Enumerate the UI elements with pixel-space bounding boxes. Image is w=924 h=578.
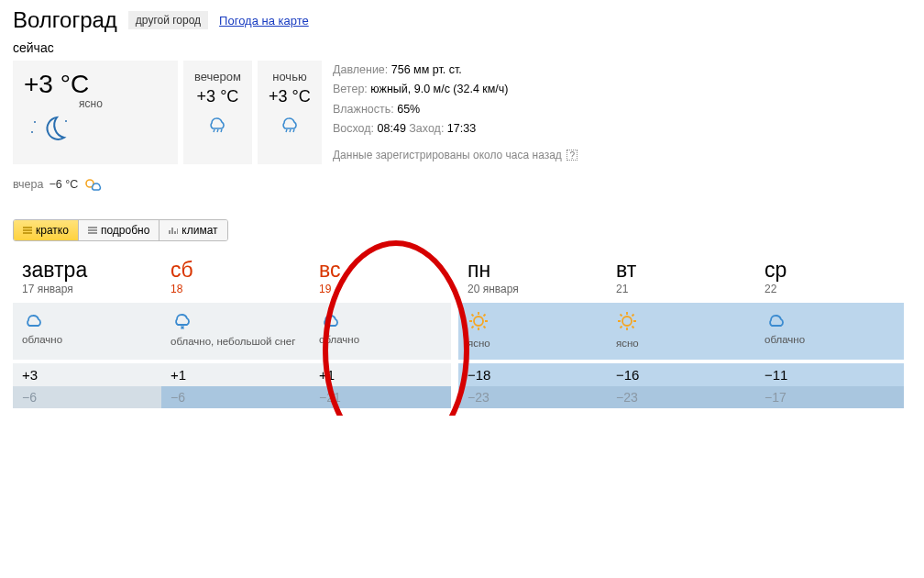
day-of-week: завтра: [22, 258, 152, 283]
day-condition: облачно: [22, 334, 152, 345]
tab-brief[interactable]: кратко: [14, 220, 79, 240]
wind-label: Ветер:: [333, 83, 368, 95]
day-date: 21: [616, 283, 746, 295]
day-low: −23: [458, 386, 607, 408]
day-of-week: вт: [616, 258, 746, 283]
day-of-week: пн: [468, 258, 598, 283]
wind-value: южный, 9.0 м/с (32.4 км/ч): [370, 83, 508, 95]
day-high: +3: [13, 363, 161, 386]
city-title: Волгоград: [13, 7, 117, 33]
cloud-icon: [319, 310, 449, 328]
tab-label: кратко: [36, 224, 69, 237]
sunrise-value: 08:49: [378, 122, 406, 135]
forecast-day[interactable]: вс19облачно+1−21: [310, 250, 458, 408]
day-condition: облачно: [319, 334, 449, 345]
forecast-day[interactable]: завтра17 январяоблачно+3−6: [13, 250, 161, 408]
day-low: −23: [607, 386, 755, 408]
day-date: 20 января: [468, 283, 598, 295]
snowcloud-icon: [170, 310, 301, 330]
svg-point-1: [31, 131, 33, 133]
day-low: −21: [310, 386, 458, 408]
bars-icon: [169, 227, 178, 234]
night-card: ночью +3 °C: [258, 61, 322, 164]
cloud-icon: [22, 310, 152, 328]
evening-card: вечером +3 °C: [183, 61, 252, 164]
now-label: сейчас: [13, 40, 911, 55]
tab-label: подробно: [101, 224, 149, 237]
cloud-icon: [764, 310, 895, 328]
day-of-week: сб: [170, 258, 301, 283]
forecast-day[interactable]: пн20 январяясно−18−23: [458, 250, 607, 408]
day-condition: облачно: [764, 334, 895, 345]
day-high: −11: [755, 363, 904, 386]
day-condition: ясно: [616, 338, 746, 349]
tab-climate[interactable]: климат: [160, 220, 226, 240]
sunset-label: Заход:: [409, 122, 444, 135]
forecast-row: завтра17 январяоблачно+3−6сб18облачно, н…: [13, 250, 911, 408]
part-title: вечером: [194, 70, 241, 83]
tab-detailed[interactable]: подробно: [79, 220, 160, 240]
forecast-day[interactable]: сб18облачно, небольшой снег+1−6: [161, 250, 310, 408]
humidity-label: Влажность:: [333, 103, 394, 116]
moon-icon: [29, 114, 73, 143]
day-condition: облачно, небольшой снег: [170, 336, 301, 347]
pressure-value: 756 мм рт. ст.: [391, 63, 462, 76]
lines-icon: [23, 227, 32, 234]
weather-map-link[interactable]: Погода на карте: [219, 14, 309, 28]
sun-icon: [616, 310, 746, 332]
day-low: −6: [161, 386, 310, 408]
sunrise-label: Восход:: [333, 122, 374, 135]
forecast-day[interactable]: вт21ясно−16−23: [607, 250, 755, 408]
data-note: Данные зарегистрированы около часа назад: [333, 149, 562, 161]
partly-cloudy-icon: [83, 177, 104, 192]
day-high: +1: [310, 363, 458, 386]
day-of-week: ср: [764, 258, 895, 283]
svg-point-4: [474, 317, 483, 326]
help-icon[interactable]: ?: [566, 150, 578, 161]
part-temp: +3 °C: [197, 87, 239, 106]
tab-label: климат: [182, 224, 217, 237]
day-low: −6: [13, 386, 161, 408]
day-high: +1: [161, 363, 310, 386]
forecast-day[interactable]: ср22облачно−11−17: [755, 250, 904, 408]
day-date: 17 января: [22, 283, 152, 295]
svg-point-0: [34, 121, 36, 123]
rain-icon: [205, 112, 229, 134]
view-tabs: кратко подробно климат: [13, 219, 228, 241]
part-temp: +3 °C: [269, 87, 311, 106]
svg-point-5: [622, 317, 632, 326]
sunset-value: 17:33: [447, 122, 476, 135]
rain-icon: [278, 112, 302, 134]
details-block: Давление: 756 мм рт. ст. Ветер: южный, 9…: [333, 61, 578, 164]
pressure-label: Давление:: [333, 63, 388, 76]
day-date: 18: [170, 283, 301, 295]
humidity-value: 65%: [397, 103, 420, 116]
part-title: ночью: [272, 70, 306, 83]
day-condition: ясно: [468, 338, 598, 349]
svg-point-2: [65, 120, 67, 122]
now-card: +3 °C ясно: [13, 61, 178, 164]
now-condition: ясно: [79, 97, 103, 110]
sun-icon: [468, 310, 598, 332]
day-high: −16: [607, 363, 755, 386]
now-temp: +3 °C: [24, 70, 89, 99]
yesterday-row: вчера −6 °C: [13, 177, 911, 192]
day-date: 22: [764, 283, 895, 295]
yesterday-value: −6 °C: [49, 178, 78, 191]
other-city-button[interactable]: другой город: [128, 11, 208, 29]
day-date: 19: [319, 283, 449, 295]
day-of-week: вс: [319, 258, 449, 283]
day-high: −18: [458, 363, 607, 386]
day-low: −17: [755, 386, 904, 408]
yesterday-label: вчера: [13, 178, 43, 191]
list-icon: [88, 227, 97, 234]
